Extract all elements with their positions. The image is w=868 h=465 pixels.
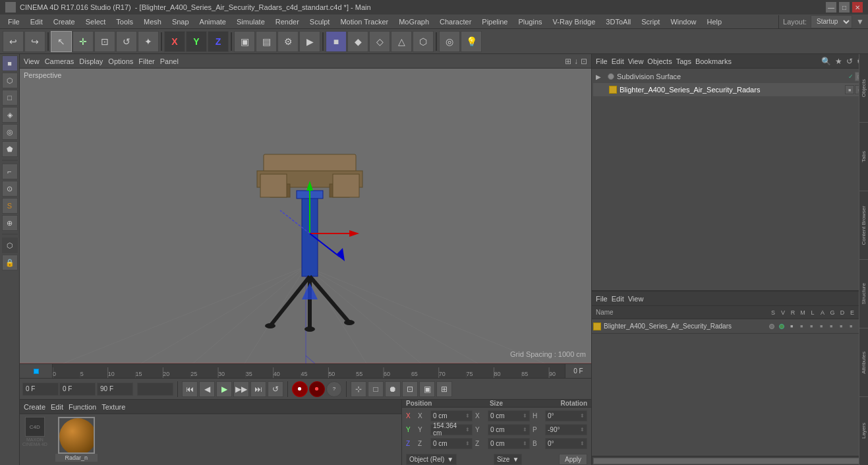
scale-button[interactable]: ⊡ (94, 31, 115, 52)
pos-x-field[interactable]: 0 cm ⬍ (430, 410, 473, 421)
right-menu-edit[interactable]: Edit (612, 57, 624, 65)
play-button[interactable]: ▶ (216, 381, 232, 397)
tab-structure[interactable]: Structure (859, 260, 868, 328)
move-button[interactable]: ✛ (72, 31, 94, 52)
end-frame-field[interactable]: 90 F (97, 383, 133, 396)
polygon-mode-button[interactable]: △ (391, 31, 412, 52)
rot-x-field[interactable]: 0° ⬍ (545, 410, 587, 421)
menu-mograph[interactable]: MoGraph (393, 16, 434, 27)
left-btn-1[interactable]: ■ (2, 55, 18, 71)
tree-item-subdivision[interactable]: ▶ Subdivision Surface ✓ □ (593, 70, 867, 83)
right-menu-file[interactable]: File (596, 57, 608, 65)
tab-tabs[interactable]: Tabs (859, 123, 868, 191)
flag-d[interactable]: ■ (836, 322, 846, 331)
menu-3dtoall[interactable]: 3DToAll (600, 16, 636, 27)
search-icon[interactable]: 🔍 (821, 57, 831, 66)
layout-select[interactable]: Startup (811, 15, 852, 28)
maximize-button[interactable]: □ (839, 2, 850, 13)
current-frame-field[interactable]: 0 F (22, 383, 59, 396)
menu-sculpt[interactable]: Sculpt (304, 16, 335, 27)
menu-select[interactable]: Select (80, 16, 111, 27)
loop-button[interactable]: ↺ (268, 381, 283, 397)
menu-snap[interactable]: Snap (167, 16, 194, 27)
obj-panel-scrollbar[interactable] (592, 456, 868, 465)
pos-z-field[interactable]: 0 cm ⬍ (430, 438, 473, 449)
flag-s[interactable] (767, 322, 776, 331)
left-btn-10[interactable]: ⊕ (2, 215, 18, 231)
mat-menu-create[interactable]: Create (24, 403, 45, 411)
menu-character[interactable]: Character (434, 16, 477, 27)
undo-button[interactable]: ↩ (3, 31, 24, 52)
scene-tree[interactable]: ▶ Subdivision Surface ✓ □ Blighter_A400_… (592, 69, 868, 290)
mat-menu-texture[interactable]: Texture (101, 403, 125, 411)
flag-v[interactable] (777, 322, 786, 331)
start-frame-field[interactable]: 0 F (59, 383, 96, 396)
viewport-nav-1[interactable]: ⊞ (565, 57, 571, 66)
render-settings-button[interactable]: ⚙ (277, 31, 299, 52)
menu-animate[interactable]: Animate (194, 16, 231, 27)
axis-x-button[interactable]: X (164, 31, 185, 52)
display-mode-button[interactable]: ◎ (439, 31, 460, 52)
menu-vray[interactable]: V-Ray Bridge (548, 16, 601, 27)
obj-panel-view[interactable]: View (628, 295, 644, 303)
point-mode-button[interactable]: ◆ (347, 31, 368, 52)
pose-morph-button[interactable]: ⊡ (402, 381, 418, 397)
redo-button[interactable]: ↪ (24, 31, 45, 52)
tab-objects[interactable]: Objects (859, 54, 868, 123)
select-mode-button[interactable]: ↖ (51, 31, 72, 52)
bookmark-icon[interactable]: ★ (835, 57, 842, 66)
menu-render[interactable]: Render (270, 16, 304, 27)
viewport-nav-3[interactable]: ⊡ (581, 57, 587, 66)
minimize-button[interactable]: — (826, 2, 836, 13)
size-y-field[interactable]: 0 cm ⬍ (488, 424, 530, 435)
keyframe-button[interactable]: ? (326, 381, 342, 397)
menu-tools[interactable]: Tools (111, 16, 138, 27)
left-btn-9[interactable]: S (2, 198, 18, 214)
timeline-ruler[interactable]: 0 5 10 15 20 25 30 35 40 (20, 363, 591, 378)
menu-script[interactable]: Script (636, 16, 665, 27)
right-menu-objects[interactable]: Objects (647, 57, 672, 65)
flag-l[interactable]: ■ (807, 322, 816, 331)
left-btn-6[interactable]: ⬟ (2, 141, 18, 157)
motion-path-button[interactable]: □ (368, 381, 384, 397)
size-z-field[interactable]: 0 cm ⬍ (488, 438, 530, 449)
rot-z-field[interactable]: 0° ⬍ (545, 438, 587, 449)
apply-button[interactable]: Apply (559, 454, 587, 465)
menu-mesh[interactable]: Mesh (138, 16, 167, 27)
viewport-menu-view[interactable]: View (24, 57, 40, 65)
obj-row-blighter[interactable]: Blighter_A400_Series_Air_Security_Radars… (592, 319, 868, 334)
render-active-view-button[interactable]: ▤ (256, 31, 277, 52)
mat-menu-edit[interactable]: Edit (51, 403, 63, 411)
axis-z-button[interactable]: Z (208, 31, 229, 52)
rotate-button[interactable]: ↺ (116, 31, 137, 52)
right-menu-tags[interactable]: Tags (676, 57, 691, 65)
menu-simulate[interactable]: Simulate (231, 16, 270, 27)
left-btn-3[interactable]: □ (2, 90, 18, 106)
menu-pipeline[interactable]: Pipeline (477, 16, 513, 27)
menu-motion-tracker[interactable]: Motion Tracker (335, 16, 393, 27)
edge-mode-button[interactable]: ◇ (369, 31, 390, 52)
goto-start-button[interactable]: ⏮ (182, 381, 198, 397)
tab-layers[interactable]: Layers (859, 397, 868, 465)
obj-panel-edit[interactable]: Edit (612, 295, 624, 303)
axis-y-button[interactable]: Y (186, 31, 207, 52)
timeline-track[interactable]: 0 5 10 15 20 25 30 35 40 (53, 364, 565, 379)
size-x-field[interactable]: 0 cm ⬍ (488, 410, 530, 421)
size-mode-dropdown[interactable]: Size ▼ (494, 454, 522, 465)
close-button[interactable]: ✕ (852, 2, 863, 13)
playback-settings-button[interactable]: ⊞ (436, 381, 452, 397)
step-back-button[interactable]: ◀ (199, 381, 215, 397)
menu-create[interactable]: Create (48, 16, 80, 27)
tab-content-browser[interactable]: Content Browser (859, 191, 868, 260)
obj-panel-file[interactable]: File (596, 295, 608, 303)
viewport-menu-panel[interactable]: Panel (160, 57, 179, 65)
record-anim-button[interactable]: ⏺ (385, 381, 401, 397)
min-frame-field[interactable] (137, 383, 173, 396)
coord-system-dropdown[interactable]: Object (Rel) ▼ (406, 454, 457, 465)
left-btn-12[interactable]: 🔒 (2, 255, 18, 270)
left-btn-2[interactable]: ⬡ (2, 73, 18, 88)
object-mode-button[interactable]: ■ (326, 31, 347, 52)
step-forward-button[interactable]: ▶▶ (233, 381, 249, 397)
record-button[interactable]: ⏺ (292, 381, 308, 397)
menu-help[interactable]: Help (702, 16, 728, 27)
